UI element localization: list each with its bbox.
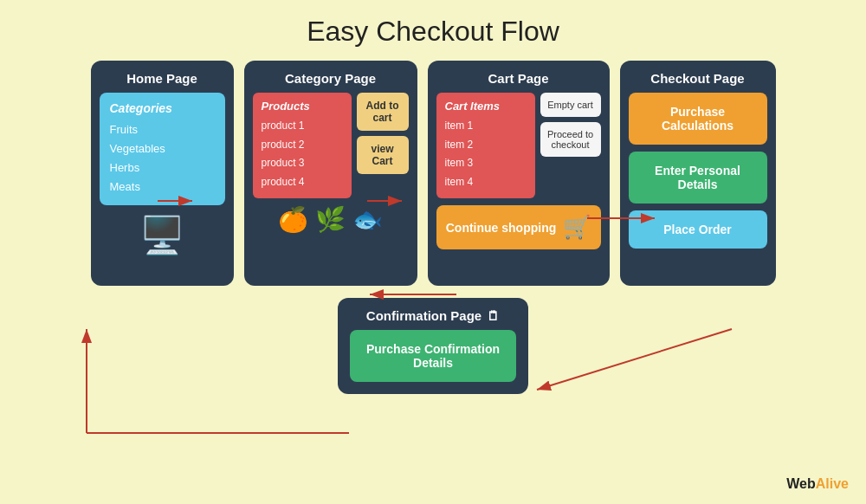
page-title: Easy Checkout Flow: [0, 0, 866, 56]
purchase-calculations-button[interactable]: Purchase Calculations: [629, 93, 767, 145]
confirmation-title-text: Confirmation Page: [366, 308, 481, 323]
products-list: product 1 product 2 product 3 product 4: [262, 117, 343, 191]
cart-items-heading: Cart Items: [445, 100, 527, 113]
purchase-confirmation-details-button[interactable]: Purchase Confirmation Details: [350, 330, 516, 382]
category-page-title: Category Page: [253, 71, 409, 86]
products-box: Products product 1 product 2 product 3 p…: [253, 93, 352, 198]
proceed-to-checkout-button[interactable]: Proceed to checkout: [540, 122, 601, 157]
fruit-emoji: 🍊: [278, 205, 308, 234]
category-page-card: Category Page Products product 1 product…: [244, 61, 417, 286]
product-4: product 4: [262, 173, 343, 192]
brand-alive: Alive: [816, 476, 849, 491]
checkout-page-title: Checkout Page: [629, 71, 767, 86]
category-buttons: Add to cart view Cart: [357, 93, 409, 198]
cart-page-title: Cart Page: [436, 71, 601, 86]
place-order-button[interactable]: Place Order: [629, 210, 767, 249]
cart-item-2: item 2: [445, 136, 527, 155]
continue-shopping-button[interactable]: Continue shopping 🛒: [436, 205, 601, 249]
herb-emoji: 🌿: [315, 205, 346, 234]
product-1: product 1: [262, 117, 343, 136]
cart-page-card: Cart Page Cart Items item 1 item 2 item …: [428, 61, 610, 286]
cart-item-3: item 3: [445, 154, 527, 173]
categories-heading: Categories: [110, 101, 215, 115]
fish-emoji: 🐟: [352, 205, 383, 234]
category-fruits: Fruits: [110, 120, 215, 139]
confirmation-section: Confirmation Page 🗒 Purchase Confirmatio…: [0, 298, 866, 394]
brand-label: WebAlive: [786, 476, 849, 492]
categories-list: Fruits Vegetables Herbs Meats: [110, 120, 215, 197]
confirmation-page-title: Confirmation Page 🗒: [350, 308, 516, 323]
categories-box: Categories Fruits Vegetables Herbs Meats: [100, 93, 225, 205]
cart-items-list: item 1 item 2 item 3 item 4: [445, 117, 527, 191]
continue-shopping-label: Continue shopping: [446, 221, 557, 235]
cart-items-box: Cart Items item 1 item 2 item 3 item 4: [436, 93, 535, 198]
confirmation-page-card: Confirmation Page 🗒 Purchase Confirmatio…: [338, 298, 528, 394]
cart-buttons: Empty cart Proceed to checkout: [540, 93, 601, 198]
shopping-cart-icon: 🛒: [563, 214, 591, 241]
confirmation-icon: 🗒: [487, 308, 500, 323]
cart-item-4: item 4: [445, 173, 527, 192]
flow-container: Home Page Categories Fruits Vegetables H…: [0, 61, 866, 286]
empty-cart-button[interactable]: Empty cart: [540, 93, 601, 117]
product-2: product 2: [262, 136, 343, 155]
view-cart-button[interactable]: view Cart: [357, 136, 409, 174]
products-section: Products product 1 product 2 product 3 p…: [253, 93, 409, 198]
enter-personal-details-button[interactable]: Enter Personal Details: [629, 152, 767, 204]
category-herbs: Herbs: [110, 158, 215, 178]
product-emojis: 🍊 🌿 🐟: [253, 205, 409, 234]
category-meats: Meats: [110, 178, 215, 197]
checkout-page-card: Checkout Page Purchase Calculations Ente…: [620, 61, 776, 286]
brand-web: Web: [786, 476, 815, 491]
home-page-title: Home Page: [100, 71, 225, 86]
add-to-cart-button[interactable]: Add to cart: [357, 93, 409, 131]
cart-item-1: item 1: [445, 117, 527, 136]
computer-icon: 🖥️: [100, 214, 225, 256]
home-page-card: Home Page Categories Fruits Vegetables H…: [91, 61, 234, 286]
cart-inner: Cart Items item 1 item 2 item 3 item 4 E…: [436, 93, 601, 198]
products-heading: Products: [262, 100, 343, 113]
category-vegetables: Vegetables: [110, 139, 215, 158]
product-3: product 3: [262, 154, 343, 173]
